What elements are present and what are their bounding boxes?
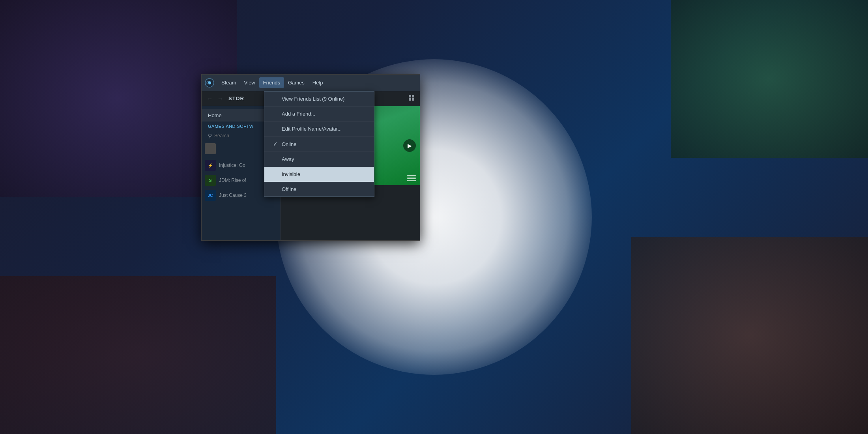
menu-item-friends[interactable]: Friends [259,77,284,88]
menu-item-help[interactable]: Help [309,77,327,88]
forward-button[interactable]: → [215,94,225,103]
partial-game-icon [205,143,216,154]
search-icon: ⚲ [208,133,212,139]
menu-item-steam[interactable]: Steam [217,77,240,88]
menu-offline-label: Offline [282,186,296,192]
svg-rect-2 [409,95,411,97]
menu-view-friends-label: View Friends List (9 Online) [282,96,344,102]
game-icon-jc3: JC [205,190,216,201]
menu-edit-profile-label: Edit Profile Name/Avatar... [282,126,342,132]
bg-patch-right-top [671,0,868,158]
game-name-jdm: JDM: Rise of [219,178,246,183]
menu-add-friend[interactable]: Add a Friend... [264,107,374,122]
menu-invisible-label: Invisible [282,171,300,177]
bg-patch-left-bottom [0,276,276,434]
steam-logo-icon [205,78,214,88]
menu-add-friend-label: Add a Friend... [282,111,315,117]
game-icon-injustice: ⚡ [205,160,216,171]
friends-dropdown-menu: View Friends List (9 Online) Add a Frien… [264,91,374,197]
menu-online-label: Online [282,141,297,147]
svg-rect-5 [412,98,414,101]
grid-view-icon[interactable] [406,94,417,103]
check-online: ✓ [272,141,279,147]
menu-away-label: Away [282,156,294,162]
banner-play-button[interactable]: ▶ [403,139,416,152]
bg-patch-right-bottom [631,237,868,434]
nav-icons [406,94,417,103]
menu-away[interactable]: Away [264,152,374,167]
steam-window: Steam View Friends Games Help View Frien… [201,74,420,241]
banner-lines-icon [407,175,416,181]
menu-bar: Steam View Friends Games Help [202,75,420,91]
game-icon-jdm: S [205,175,216,186]
menu-item-games[interactable]: Games [284,77,309,88]
menu-view-friends[interactable]: View Friends List (9 Online) [264,92,374,107]
menu-offline[interactable]: Offline [264,182,374,196]
game-name-jc3: Just Cause 3 [219,193,247,198]
back-button[interactable]: ← [205,94,215,103]
game-name-injustice: Injustice: Go [219,163,245,168]
menu-online[interactable]: ✓ Online [264,137,374,152]
menu-item-view[interactable]: View [240,77,259,88]
menu-edit-profile[interactable]: Edit Profile Name/Avatar... [264,122,374,137]
svg-rect-4 [409,98,411,101]
menu-invisible[interactable]: Invisible [264,167,374,182]
svg-rect-3 [412,95,414,97]
